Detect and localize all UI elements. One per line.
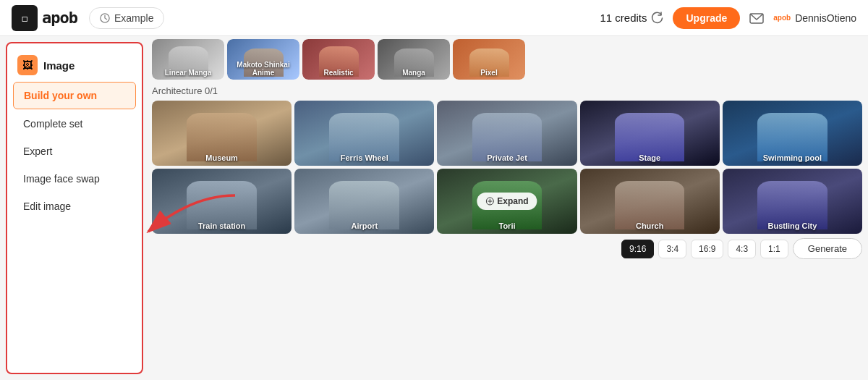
- ratio-button-4-3[interactable]: 4:3: [728, 240, 756, 258]
- style-card-pixel[interactable]: Pixel: [453, 39, 525, 80]
- style-card-label: Manga: [378, 69, 450, 77]
- sidebar-item-label: Expert: [23, 145, 52, 157]
- grid-card-swimming-pool[interactable]: Swimming pool: [723, 101, 862, 166]
- expand-button[interactable]: Expand: [477, 193, 537, 210]
- refresh-icon[interactable]: [651, 12, 664, 25]
- grid-card-label: Church: [580, 221, 720, 230]
- grid-card-label: Airport: [294, 221, 434, 230]
- style-card-label: Pixel: [453, 69, 525, 77]
- grid-card-label: Torii: [437, 221, 576, 230]
- main-layout: 🖼 Image Build your own Complete set Expe…: [0, 36, 868, 380]
- ratio-button-16-9[interactable]: 16:9: [691, 240, 723, 258]
- grid-card-label: Stage: [580, 153, 720, 162]
- sidebar-item-label: Edit image: [23, 200, 71, 212]
- grid-card-label: Ferris Wheel: [294, 153, 434, 162]
- sidebar: 🖼 Image Build your own Complete set Expe…: [6, 42, 143, 374]
- grid-card-private-jet[interactable]: Private Jet: [437, 101, 576, 166]
- sidebar-item-label: Complete set: [23, 118, 82, 130]
- style-card-label: Makoto Shinkai Anime: [227, 61, 299, 77]
- upgrade-button[interactable]: Upgrade: [673, 7, 740, 29]
- grid-card-label: Museum: [152, 153, 292, 162]
- grid-card-airport[interactable]: Airport: [294, 169, 434, 234]
- content-area: Linear Manga Makoto Shinkai Anime Realis…: [143, 36, 868, 380]
- sidebar-item-complete-set[interactable]: Complete set: [13, 111, 136, 137]
- style-card-label: Linear Manga: [152, 69, 224, 77]
- style-card-label: Realistic: [302, 69, 375, 77]
- sidebar-item-expert[interactable]: Expert: [13, 138, 136, 164]
- style-card-linear-manga[interactable]: Linear Manga: [152, 39, 224, 80]
- section-header: Architecture 0/1: [152, 85, 862, 96]
- action-row: 9:16 3:4 16:9 4:3 1:1 Generate: [152, 238, 862, 259]
- header-left: ◻ apob Example: [12, 5, 164, 31]
- grid-card-stage[interactable]: Stage: [580, 101, 720, 166]
- sidebar-image-icon: 🖼: [17, 55, 38, 75]
- grid-card-label: Bustling City: [723, 221, 862, 230]
- grid-row-1: Museum Ferris Wheel Private Jet Stage: [152, 101, 862, 166]
- grid-card-label: Train station: [152, 221, 292, 230]
- grid-row-2: Train station Airport Expand Torii: [152, 169, 862, 234]
- example-label: Example: [114, 12, 153, 24]
- grid-card-ferris-wheel[interactable]: Ferris Wheel: [294, 101, 434, 166]
- grid-card-museum[interactable]: Museum: [152, 101, 292, 166]
- section-count: 0/1: [205, 85, 218, 96]
- sidebar-item-image-face-swap[interactable]: Image face swap: [13, 166, 136, 192]
- grid-card-label: Private Jet: [437, 153, 576, 162]
- mail-icon[interactable]: [749, 10, 765, 26]
- generate-button[interactable]: Generate: [793, 238, 862, 259]
- expand-label: Expand: [497, 196, 528, 206]
- sidebar-item-label: Build your own: [24, 90, 97, 101]
- example-button[interactable]: Example: [89, 7, 164, 29]
- logo: ◻ apob: [12, 5, 77, 31]
- grid-card-train-station[interactable]: Train station: [152, 169, 292, 234]
- style-card-realistic[interactable]: Realistic: [302, 39, 375, 80]
- user-info: apob DennisOtieno: [773, 12, 856, 24]
- sidebar-item-label: Image face swap: [23, 173, 100, 185]
- sidebar-item-build-your-own[interactable]: Build your own: [13, 82, 136, 109]
- logo-text: apob: [42, 9, 77, 27]
- grid-card-torii[interactable]: Expand Torii: [437, 169, 576, 234]
- style-card-manga[interactable]: Manga: [378, 39, 450, 80]
- ratio-button-3-4[interactable]: 3:4: [658, 240, 686, 258]
- grid-card-label: Swimming pool: [723, 153, 862, 162]
- brand-logo-small: apob: [773, 14, 791, 22]
- section-label: Architecture: [152, 85, 202, 96]
- grid-card-church[interactable]: Church: [580, 169, 720, 234]
- ratio-button-9-16[interactable]: 9:16: [621, 240, 654, 258]
- sidebar-item-edit-image[interactable]: Edit image: [13, 193, 136, 219]
- credits-display: 11 credits: [600, 12, 664, 25]
- clock-icon: [100, 13, 110, 23]
- sidebar-title: Image: [43, 59, 75, 72]
- grid-card-bustling-city[interactable]: Bustling City: [723, 169, 862, 234]
- expand-icon: [485, 197, 494, 206]
- username: DennisOtieno: [795, 12, 856, 24]
- header: ◻ apob Example 11 credits Upgrade apob D…: [0, 0, 868, 36]
- style-card-makoto[interactable]: Makoto Shinkai Anime: [227, 39, 299, 80]
- credits-text: 11 credits: [600, 12, 647, 24]
- logo-icon: ◻: [22, 12, 27, 24]
- logo-box: ◻: [12, 5, 38, 31]
- ratio-button-1-1[interactable]: 1:1: [760, 240, 788, 258]
- header-right: 11 credits Upgrade apob DennisOtieno: [600, 7, 856, 29]
- sidebar-header: 🖼 Image: [7, 49, 142, 81]
- styles-row: Linear Manga Makoto Shinkai Anime Realis…: [152, 36, 862, 80]
